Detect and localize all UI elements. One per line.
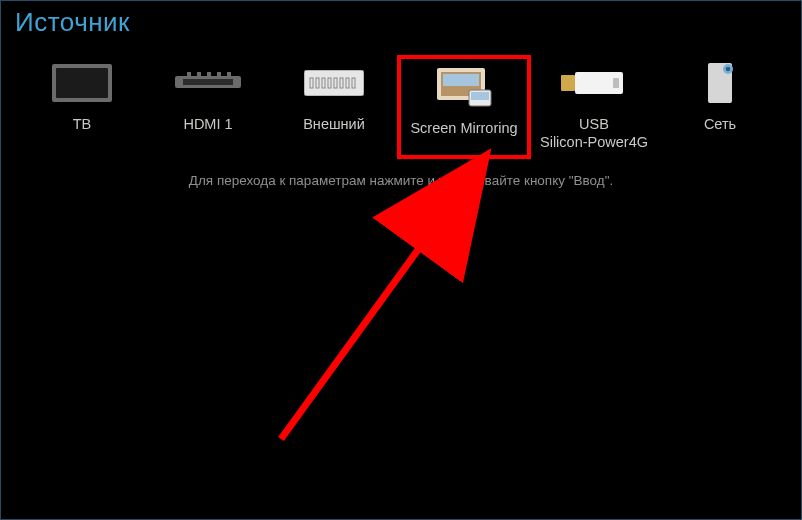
- source-item-tv[interactable]: ТВ: [19, 55, 145, 159]
- source-item-network[interactable]: Сеть: [657, 55, 783, 159]
- svg-rect-16: [346, 78, 349, 88]
- source-label: HDMI 1: [145, 115, 271, 151]
- svg-rect-3: [183, 79, 233, 85]
- svg-rect-8: [227, 72, 231, 76]
- external-port-icon: [271, 55, 397, 111]
- usb-drive-icon: [531, 55, 657, 111]
- svg-rect-11: [316, 78, 319, 88]
- svg-rect-1: [56, 68, 108, 98]
- source-label: Screen Mirroring: [401, 119, 527, 155]
- svg-rect-5: [197, 72, 201, 76]
- source-item-hdmi1[interactable]: HDMI 1: [145, 55, 271, 159]
- source-label: USBSilicon-Power4G: [531, 115, 657, 151]
- tv-icon: [19, 55, 145, 111]
- svg-rect-13: [328, 78, 331, 88]
- svg-rect-22: [471, 92, 489, 100]
- svg-line-30: [281, 171, 475, 439]
- page-title: Источник: [15, 7, 130, 38]
- tv-source-menu: Источник ТВ HDMI: [0, 0, 802, 520]
- source-item-screen-mirroring[interactable]: Screen Mirroring: [397, 55, 531, 159]
- screen-mirroring-icon: [401, 59, 527, 115]
- svg-rect-4: [187, 72, 191, 76]
- svg-rect-25: [613, 78, 619, 88]
- svg-rect-10: [310, 78, 313, 88]
- source-label: Сеть: [657, 115, 783, 151]
- svg-rect-23: [561, 75, 575, 91]
- source-label: Внешний: [271, 115, 397, 151]
- network-icon: [657, 55, 783, 111]
- svg-rect-6: [207, 72, 211, 76]
- source-label: ТВ: [19, 115, 145, 151]
- source-list: ТВ HDMI 1: [1, 55, 801, 159]
- svg-rect-12: [322, 78, 325, 88]
- source-item-external[interactable]: Внешний: [271, 55, 397, 159]
- hint-text: Для перехода к параметрам нажмите и удер…: [1, 173, 801, 188]
- svg-rect-7: [217, 72, 221, 76]
- svg-rect-20: [443, 74, 479, 86]
- source-item-usb[interactable]: USBSilicon-Power4G: [531, 55, 657, 159]
- svg-rect-15: [340, 78, 343, 88]
- svg-rect-14: [334, 78, 337, 88]
- hdmi-icon: [145, 55, 271, 111]
- svg-rect-17: [352, 78, 355, 88]
- svg-point-28: [726, 67, 731, 72]
